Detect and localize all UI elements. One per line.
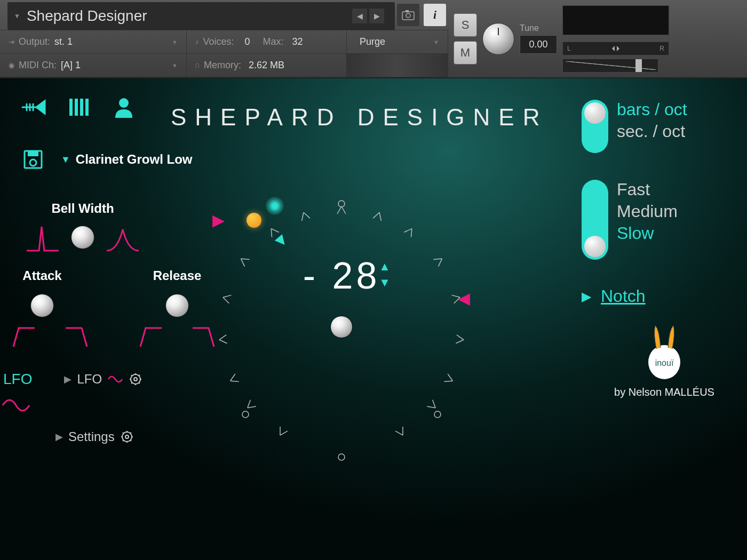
bell-width-knob[interactable] — [71, 226, 94, 249]
release-knob[interactable] — [165, 294, 189, 317]
volume-thumb[interactable] — [635, 59, 642, 72]
attack-knob[interactable] — [30, 294, 54, 317]
max-label: Max: — [263, 36, 284, 47]
camera-icon — [402, 10, 415, 20]
kontakt-header: ▼ Shepard Designer ◀ ▶ i ⇥ Output: st. 1… — [0, 0, 747, 78]
tune-label: Tune — [520, 23, 557, 33]
dial-stepper[interactable]: ▲ ▼ — [379, 260, 391, 290]
bell-width-label: Bell Width — [0, 201, 165, 216]
stepper-down-icon[interactable]: ▼ — [379, 276, 391, 290]
wide-bell-icon — [104, 221, 141, 253]
preset-selector[interactable]: ▼ Clarinet Growl Low — [61, 152, 193, 167]
svg-point-12 — [134, 378, 137, 381]
preset-name: Clarinet Growl Low — [76, 152, 193, 167]
dropdown-icon: ▼ — [61, 154, 70, 165]
svg-rect-2 — [406, 10, 409, 12]
header-right: S M Tune 0.00 L R — [448, 0, 747, 77]
midi-cell[interactable]: ◉ MIDI Ch: [A] 1 ▼ — [0, 54, 187, 77]
rate-unit-pill[interactable] — [582, 100, 608, 153]
narrow-bell-icon — [24, 221, 61, 253]
category-icons — [21, 94, 137, 120]
bell-width-group: Bell Width — [0, 201, 165, 253]
rate-opt-sec[interactable]: sec. / oct — [617, 122, 687, 141]
rate-opt-bars[interactable]: bars / oct — [617, 100, 687, 119]
dial-marker-pink-left[interactable]: ▶ — [212, 211, 225, 229]
speed-opt-medium[interactable]: Medium — [617, 202, 678, 221]
dial-marker-orange[interactable] — [247, 213, 261, 228]
volume-slider[interactable] — [562, 59, 658, 73]
notch-button[interactable]: ▶ Notch — [582, 286, 747, 306]
play-icon: ▶ — [55, 431, 63, 443]
center-knob[interactable] — [330, 316, 353, 338]
dial-value: - 28 — [303, 254, 380, 297]
lfo-wave-display — [0, 392, 32, 419]
settings-row: ▶ Settings — [0, 429, 165, 444]
speed-opt-fast[interactable]: Fast — [617, 180, 678, 199]
speed-opt-slow[interactable]: Slow — [617, 223, 678, 243]
play-icon: ▶ — [64, 373, 71, 385]
svg-rect-4 — [75, 99, 78, 116]
speed-toggle[interactable]: Fast Medium Slow — [582, 180, 747, 260]
toggle-thumb[interactable] — [584, 102, 606, 124]
svg-point-1 — [406, 13, 410, 18]
tune-value[interactable]: 0.00 — [520, 35, 557, 54]
memory-bar — [347, 54, 448, 77]
pan-center-icon — [611, 43, 621, 54]
rate-unit-toggle[interactable]: bars / oct sec. / oct — [582, 100, 747, 153]
chevron-down-icon: ▼ — [172, 62, 178, 69]
lfo-button[interactable]: ▶ LFO — [64, 372, 142, 387]
main-title: SHEPARD DESIGNER — [171, 104, 549, 131]
inoui-logo-icon: inouï — [640, 322, 688, 381]
svg-rect-9 — [28, 151, 38, 156]
voices-cell: ♪ Voices: 0 Max: 32 — [187, 30, 347, 53]
memory-icon: ⎍ — [195, 61, 200, 69]
piano-icon[interactable] — [66, 94, 92, 120]
user-icon[interactable] — [111, 94, 137, 120]
gear-icon[interactable] — [129, 372, 142, 386]
release-fast-icon — [127, 323, 175, 349]
dial-marker-pink-right[interactable]: ▶ — [458, 292, 470, 310]
pan-left-label: L — [567, 45, 571, 52]
gear-icon[interactable] — [120, 430, 134, 444]
pan-slider[interactable]: L R — [562, 42, 669, 55]
shepard-dial[interactable]: ▶ ▶ ▶ - 28 ▲ ▼ — [197, 185, 486, 473]
speed-pill[interactable] — [582, 180, 608, 260]
envelope-group: Attack Release — [0, 268, 165, 349]
stepper-up-icon[interactable]: ▲ — [379, 260, 391, 274]
right-controls: bars / oct sec. / oct Fast Medium Slow ▶… — [582, 100, 747, 398]
svg-rect-3 — [69, 99, 73, 116]
instrument-title: Shepard Designer — [27, 7, 147, 25]
header-left: ▼ Shepard Designer ◀ ▶ i ⇥ Output: st. 1… — [0, 0, 448, 77]
info-button[interactable]: i — [424, 4, 446, 26]
voices-value: 0 — [245, 36, 250, 47]
next-preset-button[interactable]: ▶ — [369, 9, 384, 23]
chevron-down-icon: ▼ — [433, 39, 439, 45]
play-icon: ▶ — [582, 289, 591, 304]
midi-label: MIDI Ch: — [19, 60, 57, 71]
settings-button[interactable]: ▶ Settings — [55, 429, 134, 444]
prev-preset-button[interactable]: ◀ — [352, 9, 367, 23]
svg-point-16 — [242, 411, 249, 418]
brand-text: inouï — [655, 358, 674, 367]
purge-label: Purge — [360, 36, 385, 47]
svg-point-14 — [125, 435, 129, 438]
lfo-main-label: LFO — [3, 371, 32, 388]
svg-point-17 — [434, 411, 441, 418]
svg-rect-5 — [80, 99, 83, 116]
settings-label: Settings — [68, 429, 115, 444]
output-value: st. 1 — [54, 36, 73, 47]
mute-button[interactable]: M — [454, 41, 477, 65]
trumpet-icon[interactable] — [21, 94, 47, 120]
save-icon[interactable] — [21, 148, 45, 171]
tune-knob[interactable] — [482, 23, 514, 55]
notch-label: Notch — [601, 286, 646, 306]
snapshot-button[interactable] — [397, 4, 419, 26]
output-cell[interactable]: ⇥ Output: st. 1 ▼ — [0, 30, 187, 53]
max-value[interactable]: 32 — [292, 36, 303, 47]
instrument-title-box[interactable]: ▼ Shepard Designer ◀ ▶ — [7, 2, 395, 30]
memory-cell: ⎍ Memory: 2.62 MB — [187, 54, 347, 77]
purge-cell[interactable]: Purge ▼ — [347, 30, 448, 53]
toggle-thumb[interactable] — [584, 236, 606, 257]
output-label: Output: — [19, 36, 50, 47]
solo-button[interactable]: S — [454, 13, 477, 37]
